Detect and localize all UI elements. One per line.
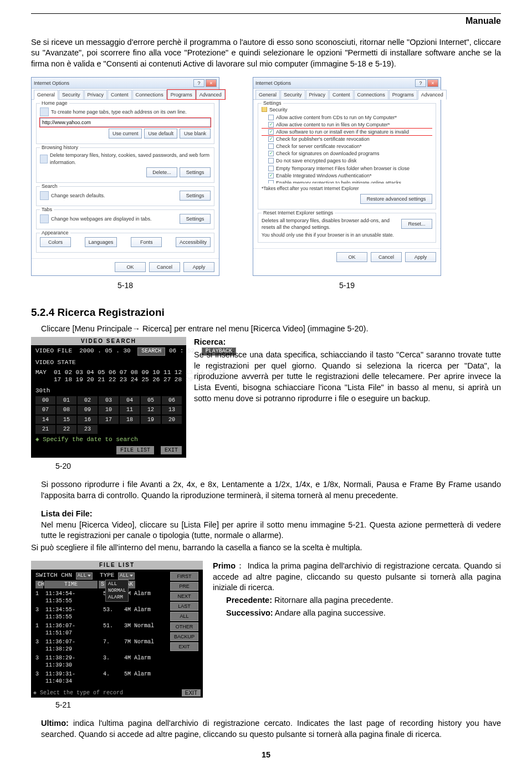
hour-cell[interactable]: 11 [120, 406, 140, 414]
checkbox-icon[interactable] [268, 180, 274, 184]
checkbox-icon[interactable] [268, 115, 274, 120]
help-icon[interactable]: ? [193, 79, 204, 87]
languages-button[interactable]: Languages [85, 237, 117, 247]
hour-cell[interactable]: 08 [57, 406, 76, 414]
table-row[interactable]: 111:36:07-11:51:0751.3M Normal [35, 622, 167, 638]
hour-cell[interactable]: 03 [99, 396, 119, 405]
tab-programs[interactable]: Programs [167, 90, 196, 99]
checkbox-icon[interactable] [268, 122, 274, 127]
hour-cell[interactable]: 07 [35, 406, 55, 414]
ok-button[interactable]: OK [115, 262, 146, 272]
type-option[interactable]: NORMAL [108, 587, 126, 594]
pre-button[interactable]: PRE [170, 582, 198, 591]
hour-cell[interactable]: 05 [141, 396, 161, 405]
hour-cell[interactable]: 14 [35, 416, 55, 424]
tab-content[interactable]: Content [108, 90, 132, 99]
cancel-button[interactable]: Cancel [371, 252, 402, 262]
hour-cell[interactable]: 20 [162, 416, 182, 424]
exit-button[interactable]: EXIT [182, 689, 201, 697]
hour-cell[interactable]: 18 [120, 416, 140, 424]
exit-button[interactable]: EXIT [170, 642, 198, 651]
checkbox-icon[interactable] [268, 136, 274, 142]
checkbox-icon[interactable] [268, 158, 274, 163]
type-option[interactable]: ALL [108, 581, 126, 587]
checkbox-icon[interactable] [268, 166, 274, 171]
channel-dropdown[interactable]: ALL [76, 572, 93, 580]
tab-privacy[interactable]: Privacy [84, 90, 108, 99]
colors-button[interactable]: Colors [40, 237, 71, 247]
hour-cell[interactable]: 21 [35, 425, 55, 434]
tabs-settings-button[interactable]: Settings [180, 214, 211, 224]
restore-advanced-button[interactable]: Restore advanced settings [360, 194, 432, 204]
security-checkbox[interactable]: Check for server certificate revocation* [262, 143, 432, 150]
table-row[interactable]: 311:36:07-11:38:297.7M Normal [35, 638, 167, 654]
hour-cell[interactable]: 13 [162, 406, 182, 414]
cancel-button[interactable]: Cancel [149, 262, 180, 272]
security-checkbox[interactable]: Allow active content to run in files on … [262, 121, 432, 128]
accessibility-button[interactable]: Accessibility [176, 237, 211, 247]
security-checkbox[interactable]: Enable memory protection to help mitigat… [262, 180, 432, 184]
security-checkbox[interactable]: Allow active content from CDs to run on … [262, 114, 432, 121]
reset-button[interactable]: Reset... [401, 219, 432, 229]
type-dropdown[interactable]: ALL [118, 572, 135, 580]
use-current-button[interactable]: Use current [109, 129, 142, 139]
hour-cell[interactable]: 22 [57, 425, 76, 434]
close-icon[interactable]: × [427, 79, 438, 87]
table-row[interactable]: 311:34:55-11:35:5553.4M Alarm [35, 606, 167, 622]
apply-button[interactable]: Apply [183, 262, 214, 272]
first-button[interactable]: FIRST [170, 572, 198, 581]
tab-programs[interactable]: Programs [389, 90, 417, 99]
security-checkbox[interactable]: Do not save encrypted pages to disk [262, 157, 432, 164]
use-blank-button[interactable]: Use blank [180, 129, 211, 139]
fonts-button[interactable]: Fonts [131, 237, 162, 247]
next-button[interactable]: NEXT [170, 592, 198, 601]
checkbox-icon[interactable] [268, 129, 274, 135]
help-icon[interactable]: ? [415, 79, 426, 87]
hour-cell[interactable]: 12 [141, 406, 161, 414]
ok-button[interactable]: OK [336, 252, 367, 262]
tab-security[interactable]: Security [59, 90, 84, 99]
table-row[interactable]: 111:34:54-11:35:5553.4M Alarm [35, 590, 167, 606]
hour-cell[interactable]: 10 [99, 406, 119, 414]
search-settings-button[interactable]: Settings [180, 191, 211, 201]
hour-cell[interactable]: 23 [78, 425, 98, 434]
security-checkbox[interactable]: Check for signatures on downloaded progr… [262, 150, 432, 157]
apply-button[interactable]: Apply [405, 252, 436, 262]
tab-privacy[interactable]: Privacy [306, 90, 329, 99]
hour-cell[interactable]: 02 [78, 396, 98, 405]
checkbox-icon[interactable] [268, 151, 274, 156]
hour-cell[interactable]: 01 [57, 396, 76, 405]
hour-cell[interactable]: 06 [162, 396, 182, 405]
close-icon[interactable]: × [206, 79, 217, 87]
file-list-button[interactable]: FILE LIST [116, 446, 154, 455]
tab-security[interactable]: Security [280, 90, 305, 99]
all-button[interactable]: ALL [170, 612, 198, 621]
security-checkbox[interactable]: Empty Temporary Internet Files folder wh… [262, 165, 432, 172]
use-default-button[interactable]: Use default [144, 129, 177, 139]
hour-cell[interactable]: 16 [78, 416, 98, 424]
table-row[interactable]: 311:38:29-11:39:303.4M Alarm [35, 654, 167, 670]
hour-cell[interactable]: 19 [141, 416, 161, 424]
tab-content[interactable]: Content [329, 90, 354, 99]
last-button[interactable]: LAST [170, 602, 198, 611]
hour-cell[interactable]: 15 [57, 416, 76, 424]
tab-general[interactable]: General [34, 90, 58, 100]
security-checkbox[interactable]: Allow software to run or install even if… [262, 129, 432, 135]
tab-connections[interactable]: Connections [354, 90, 388, 99]
checkbox-icon[interactable] [268, 144, 274, 149]
security-checkbox[interactable]: Check for publisher's certificate revoca… [262, 136, 432, 142]
hour-cell[interactable]: 04 [120, 396, 140, 405]
tab-connections[interactable]: Connections [132, 90, 167, 99]
hour-cell[interactable]: 17 [99, 416, 119, 424]
delete-button[interactable]: Delete... [146, 167, 177, 177]
table-row[interactable]: 311:39:31-11:40:344.5M Alarm [35, 670, 167, 686]
other-button[interactable]: OTHER [170, 622, 198, 631]
tab-advanced[interactable]: Advanced [196, 90, 225, 99]
home-url-input[interactable] [40, 118, 211, 127]
hour-cell[interactable]: 00 [35, 396, 55, 405]
backup-button[interactable]: BACKUP [170, 632, 198, 641]
type-option[interactable]: ALARM [108, 594, 126, 601]
settings-button[interactable]: Settings [180, 167, 211, 177]
tab-advanced[interactable]: Advanced [418, 90, 447, 100]
tab-general[interactable]: General [255, 90, 280, 99]
